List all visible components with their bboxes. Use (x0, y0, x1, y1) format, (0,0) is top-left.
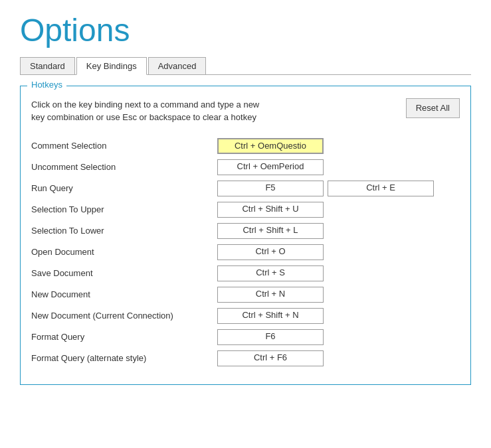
table-row: Format QueryF6 (31, 329, 460, 346)
keybind-primary-input[interactable]: Ctrl + OemPeriod (217, 159, 324, 175)
keybind-label: Comment Selection (31, 141, 217, 151)
keybind-label: Selection To Upper (31, 204, 217, 214)
keybind-primary-input[interactable]: Ctrl + Shift + N (217, 308, 324, 324)
keybind-label: Selection To Lower (31, 226, 217, 236)
keybind-label: Format Query (alternate style) (31, 353, 217, 363)
table-row: Open DocumentCtrl + O (31, 244, 460, 261)
table-row: Format Query (alternate style)Ctrl + F6 (31, 350, 460, 367)
section-legend: Hotkeys (27, 80, 66, 90)
keybind-primary-input[interactable]: Ctrl + N (217, 287, 324, 303)
keybind-label: Open Document (31, 247, 217, 257)
keybind-primary-input[interactable]: Ctrl + O (217, 244, 324, 260)
keybind-primary-input[interactable]: Ctrl + Shift + L (217, 223, 324, 239)
tab-key-bindings[interactable]: Key Bindings (76, 57, 147, 75)
description-row: Click on the key binding next to a comma… (31, 98, 460, 124)
tab-standard[interactable]: Standard (20, 57, 75, 75)
tab-advanced[interactable]: Advanced (148, 57, 207, 75)
table-row: Run QueryF5Ctrl + E (31, 180, 460, 197)
keybind-primary-input[interactable]: F5 (217, 181, 324, 196)
keybind-primary-input[interactable]: Ctrl + S (217, 265, 324, 281)
table-row: New DocumentCtrl + N (31, 286, 460, 303)
keybind-secondary-input[interactable]: Ctrl + E (328, 181, 434, 196)
description-text: Click on the key binding next to a comma… (31, 98, 259, 124)
keybind-label: Run Query (31, 183, 217, 193)
keybind-label: Format Query (31, 332, 217, 342)
table-row: Uncomment SelectionCtrl + OemPeriod (31, 159, 460, 176)
keybind-primary-input[interactable]: F6 (217, 329, 324, 345)
tabs-container: Standard Key Bindings Advanced (20, 56, 471, 75)
bindings-container: Comment SelectionCtrl + OemQuestioUncomm… (31, 137, 460, 367)
keybind-primary-input[interactable]: Ctrl + OemQuestio (217, 138, 324, 154)
reset-all-button[interactable]: Reset All (406, 98, 460, 118)
keybind-primary-input[interactable]: Ctrl + Shift + U (217, 202, 324, 218)
keybind-label: New Document (31, 289, 217, 299)
keybind-label: Uncomment Selection (31, 162, 217, 172)
keybind-label: Save Document (31, 268, 217, 278)
keybind-label: New Document (Current Connection) (31, 311, 217, 321)
table-row: Comment SelectionCtrl + OemQuestio (31, 137, 460, 155)
hotkeys-section: Hotkeys Click on the key binding next to… (20, 86, 471, 385)
table-row: Selection To LowerCtrl + Shift + L (31, 222, 460, 240)
page-title: Options (20, 13, 471, 48)
keybind-primary-input[interactable]: Ctrl + F6 (217, 350, 324, 366)
table-row: New Document (Current Connection)Ctrl + … (31, 307, 460, 325)
table-row: Save DocumentCtrl + S (31, 265, 460, 282)
table-row: Selection To UpperCtrl + Shift + U (31, 201, 460, 218)
